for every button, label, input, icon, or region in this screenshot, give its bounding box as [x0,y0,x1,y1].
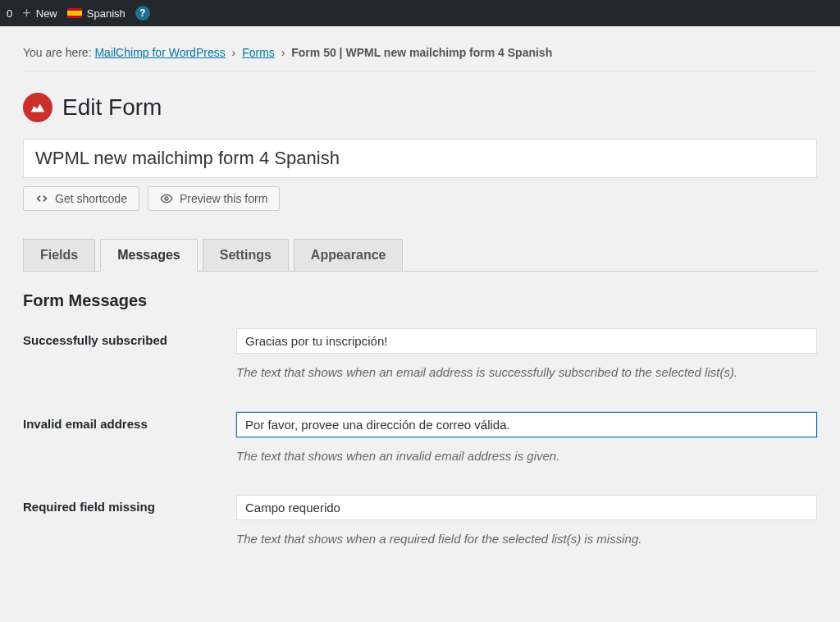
breadcrumb-link-forms[interactable]: Forms [242,46,275,59]
section-title: Form Messages [23,291,817,310]
tab-messages[interactable]: Messages [100,239,198,272]
toolbar: Get shortcode Preview this form [23,186,817,211]
admin-bar-help[interactable]: ? [135,6,150,21]
divider [23,71,817,71]
label-invalid-email: Invalid email address [23,412,236,431]
help-icon: ? [135,6,150,21]
tab-settings[interactable]: Settings [203,239,289,271]
help-invalid-email: The text that shows when an invalid emai… [236,447,817,466]
label-required-missing: Required field missing [23,495,236,514]
help-required-missing: The text that shows when a required fiel… [236,530,817,549]
page-title: Edit Form [62,94,162,121]
eye-icon [160,192,173,205]
input-subscribed[interactable] [236,328,817,354]
mailchimp-icon [23,93,52,122]
preview-label: Preview this form [180,192,267,205]
breadcrumb-current: Form 50 | WPML new mailchimp form 4 Span… [291,46,552,59]
count-number: 0 [7,7,12,20]
help-subscribed: The text that shows when an email addres… [236,364,817,382]
admin-bar-new[interactable]: + New [22,5,57,22]
admin-bar-count[interactable]: 0 [7,7,12,20]
admin-bar: 0 + New Spanish ? [0,0,840,26]
tabs: Fields Messages Settings Appearance [23,239,817,272]
code-icon [35,192,48,205]
form-title-input[interactable] [23,139,817,178]
breadcrumb-link-plugin[interactable]: MailChimp for WordPress [94,46,225,59]
row-invalid-email: Invalid email address The text that show… [23,412,817,466]
input-required-missing[interactable] [236,495,817,520]
breadcrumb-prefix: You are here: [23,46,92,59]
plus-icon: + [22,5,31,22]
language-label: Spanish [87,7,126,20]
shortcode-label: Get shortcode [55,192,127,205]
breadcrumb-separator: › [232,46,236,59]
breadcrumb: You are here: MailChimp for WordPress › … [23,39,817,71]
tab-fields[interactable]: Fields [23,239,95,271]
svg-point-0 [165,197,168,200]
page-header: Edit Form [23,85,817,139]
new-label: New [36,7,57,20]
get-shortcode-button[interactable]: Get shortcode [23,186,139,211]
breadcrumb-separator: › [281,46,285,59]
row-required-missing: Required field missing The text that sho… [23,495,817,549]
admin-bar-language[interactable]: Spanish [67,7,126,20]
tab-appearance[interactable]: Appearance [294,239,404,271]
spain-flag-icon [67,8,82,18]
label-subscribed: Successfully subscribed [23,328,236,347]
row-subscribed: Successfully subscribed The text that sh… [23,328,817,382]
preview-button[interactable]: Preview this form [148,186,280,211]
input-invalid-email[interactable] [236,412,817,437]
